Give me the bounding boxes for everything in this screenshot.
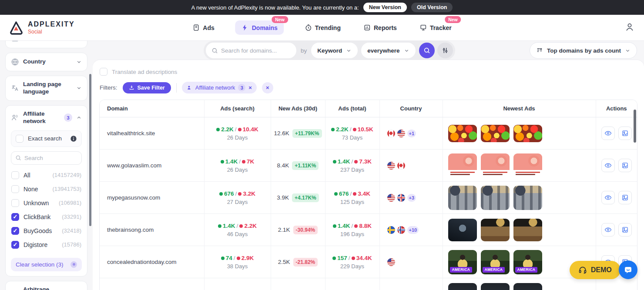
app-header: ADPLEXITY Social Ads Domains New Trendin… [0,15,644,41]
option-checkbox[interactable] [11,171,19,179]
ad-thumbnail[interactable] [448,125,477,142]
nav-tracker[interactable]: Tracker New [418,20,453,35]
domain-cell[interactable]: concealednationtoday.com [100,246,204,278]
view-ads-button[interactable] [601,159,615,172]
col-actions: Actions [596,100,637,117]
filter-group-ad-destination[interactable]: Ad Destination [5,41,87,48]
option-label: All [23,172,48,179]
affiliate-search-input[interactable] [24,155,77,161]
globe-icon [11,58,19,66]
filter-group-landing-language[interactable]: Landing page language [5,76,87,101]
ad-thumbnail[interactable] [448,153,477,178]
eye-icon [604,226,612,233]
view-ads-button[interactable] [601,191,615,204]
table-scrollbar[interactable] [634,110,636,143]
ad-thumbnail[interactable] [513,219,542,241]
ad-thumbnail[interactable]: AMERICA [513,250,542,274]
sort-select[interactable]: Top domains by ads count [530,42,637,59]
option-checkbox[interactable]: ✓ [11,213,19,221]
option-checkbox[interactable] [11,185,19,193]
new-version-button[interactable]: New Version [363,3,407,12]
more-countries-badge[interactable]: +1 [407,130,416,137]
ad-thumbnail[interactable] [513,186,542,210]
clear-all-filters-button[interactable]: × [262,82,273,93]
affiliate-option-buygoods[interactable]: ✓BuyGoods(32418) [11,224,82,238]
keyword-select[interactable]: Keyword [311,43,358,58]
chat-widget-button[interactable] [619,260,637,279]
new-ads-cell: 12.6K+11.79K% [271,117,325,150]
demo-button[interactable]: DEMO [570,261,621,279]
ad-thumbnail[interactable] [481,283,510,290]
preview-landing-button[interactable] [618,191,632,204]
ad-thumbnail[interactable] [448,186,477,210]
account-button[interactable] [625,22,634,33]
ad-thumbnail[interactable]: AMERICA [481,250,510,274]
preview-landing-button[interactable] [618,127,632,140]
ad-thumbnail[interactable] [481,186,510,210]
view-ads-button[interactable] [601,223,615,237]
preview-landing-button[interactable] [618,223,632,237]
image-preview-icon [621,130,629,137]
view-ads-button[interactable] [601,127,615,140]
preview-landing-button[interactable] [618,159,632,172]
domain-cell[interactable]: mypegasusnow.com [100,182,204,214]
nav-ads[interactable]: Ads [191,20,216,35]
save-filter-button[interactable]: Save Filter [123,82,171,93]
translate-checkbox[interactable] [100,68,107,76]
affiliate-network-header[interactable]: Affiliate network 3 [11,110,82,125]
filter-group-country[interactable]: Country [5,53,87,71]
option-checkbox[interactable]: ✓ [11,241,19,249]
ad-thumbnail[interactable] [481,219,510,241]
affiliate-option-clickbank[interactable]: ✓ClickBank(33291) [11,210,82,224]
stat-cell: 676/3.2K27 Days [204,182,271,214]
destination-icon [11,41,19,43]
option-checkbox[interactable]: ✓ [11,227,19,235]
stat-cell: 2.2K/10.4K26 Days [204,117,271,150]
new-badge: New [272,16,288,23]
ad-thumbnail[interactable] [513,283,542,290]
advanced-filters-button[interactable] [437,43,453,58]
affiliate-option-unknown[interactable]: Unknown(106981) [11,196,82,210]
search-button[interactable] [419,43,435,58]
affiliate-option-digistore[interactable]: ✓Digistore(15786) [11,238,82,252]
ad-thumbnail[interactable] [513,153,542,178]
col-country: Country [379,100,443,117]
option-label: Digistore [23,241,57,248]
ad-thumbnail[interactable] [481,153,510,178]
exact-search-row[interactable]: Exact search [11,130,82,147]
ad-thumbnail[interactable] [513,125,542,142]
chip-remove-icon[interactable]: × [248,84,252,91]
domain-search-box[interactable] [206,43,296,58]
old-version-button[interactable]: Old Version [411,3,453,12]
nav-reports[interactable]: Reports [362,20,399,35]
more-countries-badge[interactable]: +3 [407,194,416,202]
affiliate-option-none[interactable]: None(13941753) [11,182,82,196]
affiliate-option-all[interactable]: All(14157249) [11,168,82,182]
ad-thumbnail[interactable] [448,219,477,241]
brand-name: ADPLEXITY [28,20,75,28]
filter-group-arbitrage-networks[interactable]: Arbitrage Networks [5,281,87,290]
ad-thumbnail[interactable]: AMERICA [448,250,477,274]
nav-domains[interactable]: Domains New [235,20,284,35]
option-checkbox[interactable] [11,199,19,207]
brand-logo[interactable]: ADPLEXITY Social [0,20,104,35]
newest-ads-cell [443,182,596,214]
sidebar-scrollbar[interactable] [89,74,91,226]
image-preview-icon [621,162,629,169]
nav-trending[interactable]: Trending [303,20,342,35]
affiliate-search-box[interactable] [11,151,82,165]
ad-thumbnail[interactable] [481,125,510,142]
trending-icon [305,24,312,31]
filter-chip-affiliate-network[interactable]: Affiliate network 3 × [182,82,257,93]
clear-selection-button[interactable]: Clear selection (3) [11,258,82,271]
exact-search-checkbox[interactable] [16,135,23,143]
domain-search-input[interactable] [221,47,291,54]
more-countries-badge[interactable]: +10 [407,226,419,234]
ad-thumbnail[interactable] [448,283,477,290]
domain-cell[interactable]: thebrainsong.com [100,214,204,246]
domain-cell[interactable]: vitalhealthtrick.site [100,117,204,150]
scope-select[interactable]: everywhere [361,43,415,58]
info-icon[interactable] [70,135,77,142]
stat-cell: 1.4K/8.8K196 Days [325,214,379,246]
domain-cell[interactable]: www.golavaslim.com [100,150,204,182]
